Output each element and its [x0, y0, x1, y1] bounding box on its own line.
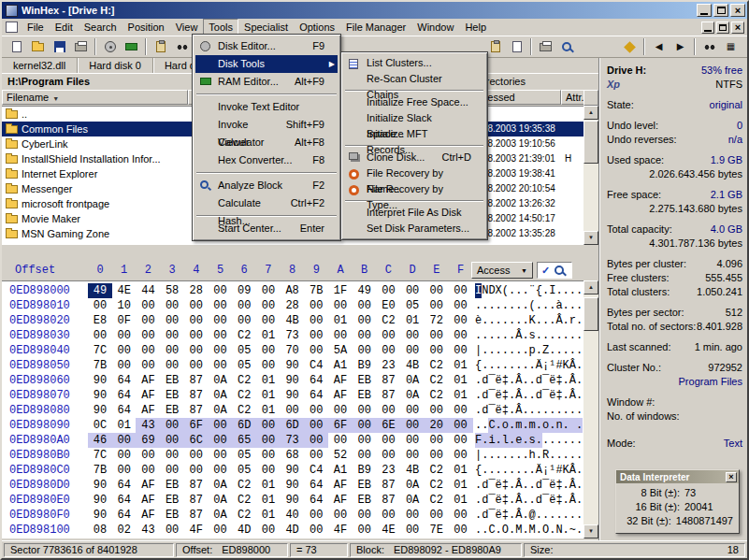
- ascii-char[interactable]: .: [529, 493, 536, 508]
- ascii-char[interactable]: Â: [569, 358, 576, 373]
- ascii-char[interactable]: .: [536, 448, 542, 463]
- hex-byte[interactable]: 87: [184, 388, 209, 403]
- hex-byte[interactable]: 64: [112, 373, 137, 388]
- ascii-char[interactable]: d: [536, 493, 542, 508]
- hex-byte[interactable]: B9: [353, 463, 377, 478]
- hex-byte[interactable]: 00: [353, 523, 377, 538]
- hex-byte[interactable]: C2: [425, 463, 449, 478]
- ascii-char[interactable]: .: [482, 298, 488, 313]
- ascii-char[interactable]: .: [515, 313, 522, 328]
- ascii-char[interactable]: .: [549, 418, 555, 433]
- hex-byte[interactable]: AF: [136, 373, 160, 388]
- hex-byte[interactable]: 00: [136, 463, 160, 478]
- ascii-char[interactable]: O: [542, 523, 549, 538]
- menubar-item-position[interactable]: Position: [122, 19, 170, 36]
- ascii-char[interactable]: .: [542, 403, 549, 418]
- ascii-char[interactable]: .: [529, 373, 536, 388]
- ascii-char[interactable]: K: [563, 463, 569, 478]
- column-header-attr[interactable]: Attr.: [561, 90, 585, 105]
- ascii-char[interactable]: .: [569, 508, 576, 523]
- ascii-char[interactable]: Â: [569, 493, 576, 508]
- hex-byte[interactable]: C2: [232, 388, 256, 403]
- hex-byte[interactable]: 6E: [376, 418, 400, 433]
- hex-byte[interactable]: 01: [256, 403, 281, 418]
- hex-byte[interactable]: 00: [449, 448, 473, 463]
- hex-byte[interactable]: 00: [209, 418, 233, 433]
- ascii-char[interactable]: .: [536, 313, 542, 328]
- ascii-char[interactable]: R: [542, 448, 549, 463]
- hex-byte[interactable]: C2: [232, 403, 256, 418]
- ascii-char[interactable]: ‡: [555, 373, 562, 388]
- hex-byte[interactable]: 01: [112, 418, 137, 433]
- hex-byte[interactable]: 7C: [88, 448, 112, 463]
- ascii-char[interactable]: .: [515, 463, 522, 478]
- hex-byte[interactable]: B9: [353, 358, 377, 373]
- directory-browser-button[interactable]: ▦: [720, 37, 742, 56]
- ascii-char[interactable]: .: [576, 478, 583, 493]
- ascii-char[interactable]: ¯: [488, 478, 495, 493]
- tools-menu-item-calculator[interactable]: CalculatorAlt+F8: [195, 134, 338, 151]
- hex-byte[interactable]: 00: [449, 418, 473, 433]
- ascii-char[interactable]: .: [496, 343, 502, 358]
- ascii-char[interactable]: .: [488, 328, 495, 343]
- hex-byte[interactable]: 00: [160, 448, 184, 463]
- scrollbar-thumb[interactable]: [583, 297, 598, 331]
- disk-tools-item-list-clusters[interactable]: List Clusters...: [344, 55, 484, 71]
- hex-byte[interactable]: AF: [136, 403, 160, 418]
- hex-byte[interactable]: 00: [304, 298, 328, 313]
- hex-byte[interactable]: 73: [281, 328, 305, 343]
- ascii-char[interactable]: ¯: [542, 493, 549, 508]
- hex-byte[interactable]: 70: [281, 343, 305, 358]
- hex-byte[interactable]: 87: [184, 508, 209, 523]
- hex-byte[interactable]: 09: [232, 283, 256, 298]
- find-button[interactable]: [699, 37, 720, 56]
- next-window-button[interactable]: ▶: [670, 37, 691, 56]
- ascii-char[interactable]: .: [529, 463, 536, 478]
- ascii-char[interactable]: #: [555, 358, 562, 373]
- hex-byte[interactable]: 00: [425, 508, 449, 523]
- ascii-char[interactable]: .: [509, 313, 515, 328]
- hex-byte[interactable]: 00: [136, 328, 160, 343]
- ascii-char[interactable]: .: [482, 523, 488, 538]
- ascii-char[interactable]: Ä: [536, 463, 542, 478]
- hex-byte[interactable]: 00: [449, 313, 473, 328]
- ascii-char[interactable]: .: [563, 433, 569, 448]
- hex-byte[interactable]: 00: [400, 523, 425, 538]
- hex-byte[interactable]: 00: [209, 343, 233, 358]
- hex-byte[interactable]: 00: [353, 433, 377, 448]
- ascii-char[interactable]: .: [563, 328, 569, 343]
- hex-byte[interactable]: 6D: [232, 418, 256, 433]
- hex-byte[interactable]: E0: [376, 298, 400, 313]
- hex-byte[interactable]: 05: [232, 448, 256, 463]
- scroll-up-icon[interactable]: ▲: [583, 280, 598, 294]
- ascii-char[interactable]: .: [569, 328, 576, 343]
- hex-byte[interactable]: AF: [328, 493, 353, 508]
- ascii-char[interactable]: .: [522, 493, 528, 508]
- ascii-char[interactable]: .: [549, 403, 555, 418]
- ram-editor-button[interactable]: [121, 37, 142, 56]
- hex-byte[interactable]: 72: [425, 313, 449, 328]
- ascii-char[interactable]: .: [488, 298, 495, 313]
- ascii-char[interactable]: .: [482, 448, 488, 463]
- mdi-close-button[interactable]: ×: [731, 22, 744, 34]
- hex-byte[interactable]: 01: [256, 328, 281, 343]
- hex-byte[interactable]: 87: [376, 388, 400, 403]
- ascii-char[interactable]: ¯: [488, 493, 495, 508]
- ascii-char[interactable]: .: [563, 418, 569, 433]
- hex-byte[interactable]: 00: [304, 448, 328, 463]
- ascii-char[interactable]: ¡: [542, 463, 549, 478]
- hex-byte[interactable]: AF: [136, 478, 160, 493]
- hex-byte[interactable]: 64: [304, 388, 328, 403]
- hex-byte[interactable]: 01: [328, 313, 353, 328]
- hex-byte[interactable]: 00: [400, 283, 425, 298]
- ascii-char[interactable]: .: [536, 343, 542, 358]
- tools-menu-item-hex-converter[interactable]: Hex Converter...F8: [195, 151, 338, 169]
- hex-byte[interactable]: EB: [160, 493, 184, 508]
- title-bar[interactable]: WinHex - [Drive H:] ×: [2, 2, 747, 19]
- hex-byte[interactable]: 7B: [88, 463, 112, 478]
- ascii-char[interactable]: .: [509, 418, 515, 433]
- hex-byte[interactable]: 00: [353, 343, 377, 358]
- hex-byte[interactable]: 44: [136, 283, 160, 298]
- ascii-char[interactable]: .: [555, 283, 562, 298]
- ascii-char[interactable]: .: [509, 463, 515, 478]
